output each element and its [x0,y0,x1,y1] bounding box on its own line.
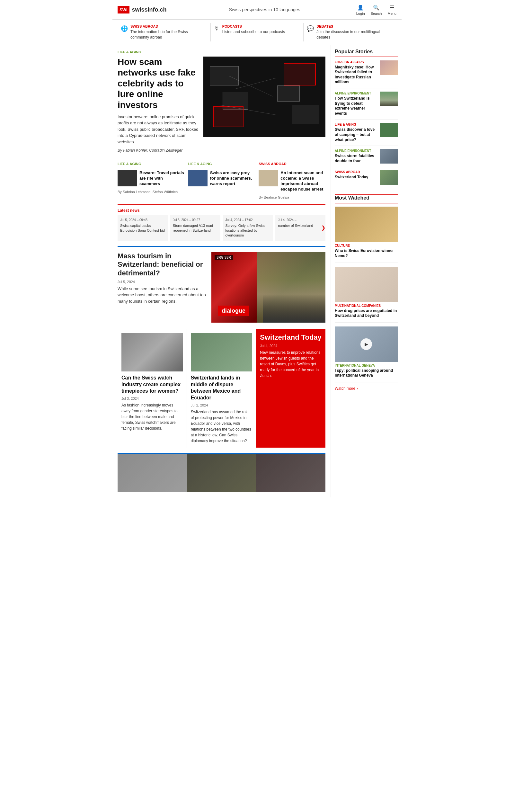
latest-date-1: Jul 5, 2024 – 09:27 [173,218,218,222]
latest-news-label: Latest news [118,208,326,213]
most-watched-title: Most Watched [335,195,398,203]
sub-story-2-thumb [259,170,278,186]
hamburger-icon: ☰ [388,4,395,11]
most-watched-label-0: CULTURE [335,244,398,248]
top-nav-debates[interactable]: 💬 DEBATES Join the discussion in our mul… [304,23,396,41]
bottom-overlay-1 [187,454,256,492]
play-button[interactable]: ▶ [360,338,372,350]
bottom-item-2[interactable] [256,454,326,492]
col-story-1[interactable]: Switzerland lands in middle of dispute b… [187,329,256,447]
main-content: LIFE & AGING How scam networks use fake … [113,45,401,497]
most-watched-title-1: How drug prices are negotiated in Switze… [335,309,398,318]
podcasts-desc: Listen and subscribe to our podcasts [222,29,285,35]
popular-item-0-thumb [380,60,398,75]
sub-story-0-author: By Sabrina Lehmann; Stefan Wüthrich [118,190,184,194]
most-watched-title-0: Who is Swiss Eurovision winner Nemo? [335,249,398,258]
search-label: Search [371,11,382,16]
sub-story-1-label: LIFE & AGING [188,162,255,166]
latest-title-0: Swiss capital backs Eurovision Song Cont… [120,223,165,233]
feature-story-text: Mass tourism in Switzerland: beneficial … [118,252,208,323]
popular-item-2[interactable]: LIFE & AGING Swiss discover a love of ca… [335,123,398,146]
watch-more-link[interactable]: Watch more › [335,386,398,391]
site-tagline: Swiss perspectives in 10 languages [173,7,356,12]
popular-item-2-title: Swiss discover a love of camping – but a… [335,127,377,142]
header-actions: 👤 Login 🔍 Search ☰ Menu [356,4,396,16]
popular-item-1-text: ALPINE ENVIRONMENT How Switzerland is tr… [335,92,377,116]
bottom-overlay-0 [118,454,187,492]
col-story-2[interactable]: Switzerland Today Jul 4, 2024 New measur… [256,329,326,447]
top-nav-swiss-abroad[interactable]: 🌐 SWISS ABROAD The information hub for t… [118,23,211,41]
sub-story-1[interactable]: LIFE & AGING Swiss are easy prey for onl… [188,162,255,199]
bottom-item-0[interactable] [118,454,187,492]
popular-item-1-thumb [380,92,398,106]
bottom-item-1[interactable] [187,454,256,492]
sub-stories-grid: LIFE & AGING Beware: Travel portals are … [118,158,326,199]
most-watched-title-2: I spy: political snooping around Interna… [335,368,398,378]
sub-story-1-title: Swiss are easy prey for online scammers,… [210,170,255,187]
col-story-1-thumb [191,333,252,372]
bottom-image-grid [118,453,326,492]
latest-date-3: Jul 4, 2024 – [278,218,323,222]
car-area [263,294,326,323]
popular-item-4-label: SWISS ABROAD [335,170,377,174]
col-story-0[interactable]: Can the Swiss watch industry create comp… [118,329,187,447]
net-node [292,105,319,124]
popular-item-2-label: LIFE & AGING [335,123,377,126]
popular-item-1[interactable]: ALPINE ENVIRONMENT How Switzerland is tr… [335,92,398,119]
site-header: SWI swissinfo.ch Swiss perspectives in 1… [113,0,401,45]
popular-item-3-label: ALPINE ENVIRONMENT [335,149,377,153]
search-button[interactable]: 🔍 Search [371,4,382,16]
latest-item-0[interactable]: Jul 5, 2024 – 09:43 Swiss capital backs … [118,215,168,241]
col-story-1-date: Jul 2, 2024 [191,403,252,407]
popular-item-1-title: How Switzerland is trying to defeat extr… [335,96,377,116]
login-button[interactable]: 👤 Login [356,4,365,16]
sub-story-0[interactable]: LIFE & AGING Beware: Travel portals are … [118,162,184,199]
main-story-title[interactable]: How scam networks use fake celebrity ads… [118,57,200,111]
popular-item-0[interactable]: FOREIGN AFFAIRS Magnitsky case: How Swit… [335,60,398,88]
latest-item-1[interactable]: Jul 5, 2024 – 09:27 Storm damaged A13 ro… [170,215,220,241]
latest-title-1: Storm damaged A13 road reopened in Switz… [173,223,218,233]
search-icon: 🔍 [373,4,380,11]
podcast-icon: 🎙 [214,25,220,32]
popular-item-0-title: Magnitsky case: How Switzerland failed t… [335,65,377,85]
popular-item-4-thumb [380,170,398,185]
site-logo[interactable]: SWI swissinfo.ch [118,6,167,13]
podcasts-label: PODCASTS [222,24,285,28]
latest-item-2[interactable]: Jul 4, 2024 – 17:02 Survey: Only a few S… [223,215,273,241]
sub-story-2-author: By Béatrice Guelpa [259,195,326,199]
watch-more-label: Watch more [335,386,355,391]
popular-item-4[interactable]: SWISS ABROAD Switzerland Today [335,170,398,188]
most-watched-item-2[interactable]: ▶ INTERNATIONAL GENEVA I spy: political … [335,326,398,382]
top-nav-podcasts[interactable]: 🎙 PODCASTS Listen and subscribe to our p… [211,23,304,41]
most-watched-item-1[interactable]: MULTINATIONAL COMPANIES How drug prices … [335,267,398,323]
menu-button[interactable]: ☰ Menu [387,4,396,16]
net-line [236,78,276,89]
popular-item-3[interactable]: ALPINE ENVIRONMENT Swiss storm fatalitie… [335,149,398,167]
popular-item-3-text: ALPINE ENVIRONMENT Swiss storm fatalitie… [335,149,377,164]
main-story-image [203,57,326,137]
most-watched-section: Most Watched CULTURE Who is Swiss Eurovi… [335,195,398,391]
dialogue-badge: dialogue [218,306,249,316]
bottom-overlay-2 [256,454,326,492]
col-story-2-desc: New measures to improve relations betwee… [260,350,322,379]
feature-story[interactable]: Mass tourism in Switzerland: beneficial … [118,252,326,323]
latest-news-section: Latest news Jul 5, 2024 – 09:43 Swiss ca… [118,204,326,241]
login-label: Login [356,11,365,16]
sub-story-1-thumb [188,170,208,186]
latest-title-2: Survey: Only a few Swiss locations affec… [225,223,271,238]
feature-story-date: Jul 5, 2024 [118,280,208,284]
latest-item-3[interactable]: Jul 4, 2024 – number of Switzerland ❯ [275,215,326,241]
main-story-body: How scam networks use fake celebrity ads… [118,57,326,153]
sub-story-0-title: Beware: Travel portals are rife with sca… [140,170,184,187]
net-node-highlight [284,63,316,85]
latest-news-grid: Jul 5, 2024 – 09:43 Swiss capital backs … [118,215,326,241]
col-story-0-title: Can the Swiss watch industry create comp… [121,375,183,395]
sub-story-2[interactable]: SWISS ABROAD An internet scam and cocain… [259,162,326,199]
most-watched-item-0[interactable]: CULTURE Who is Swiss Eurovision winner N… [335,207,398,263]
col-story-1-title: Switzerland lands in middle of dispute b… [191,375,252,401]
sub-story-0-label: LIFE & AGING [118,162,184,166]
feature-img-inner: SRG SSR dialogue [211,252,326,323]
col-story-1-desc: Switzerland has assumed the role of prot… [191,409,252,444]
popular-item-0-text: FOREIGN AFFAIRS Magnitsky case: How Swit… [335,60,377,85]
popular-item-4-title: Switzerland Today [335,175,377,180]
